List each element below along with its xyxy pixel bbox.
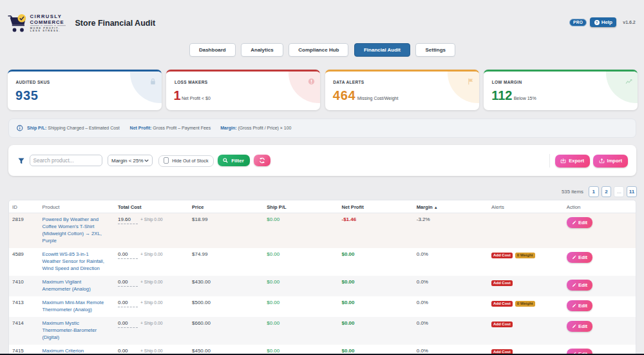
svg-text:LESS STRESS.: LESS STRESS. xyxy=(30,29,61,32)
svg-text:CIRRUSLY: CIRRUSLY xyxy=(30,14,62,19)
svg-text:COMMERCE: COMMERCE xyxy=(30,19,64,25)
